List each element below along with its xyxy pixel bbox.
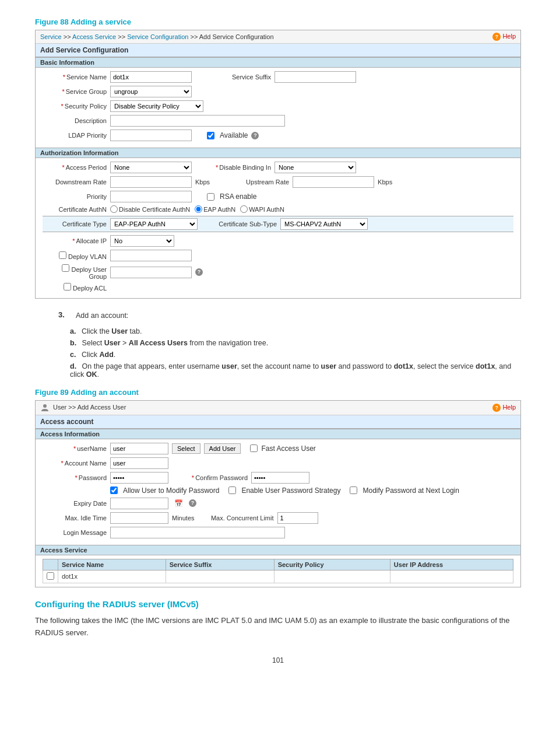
deploy-acl-checkbox[interactable] [64,283,71,290]
select-button[interactable]: Select [172,443,200,454]
table-row: dot1x [43,570,513,583]
max-idle-label: Max. Idle Time [43,514,107,522]
help-text-88[interactable]: Help [502,33,516,40]
step-b-letter: b. [70,339,76,347]
breadcrumb-bar-89: User >> Add Access User ? Help [36,401,520,415]
downstream-rate-label: Downstream Rate [43,178,107,186]
enable-strategy-checkbox[interactable] [228,487,236,494]
step-b-text1: Select [82,339,104,347]
table-header-row: Service Name Service Suffix Security Pol… [43,559,513,570]
configuring-title: Configuring the RADIUS server (IMCv5) [35,599,521,609]
radio-eap-authn[interactable]: EAP AuthN [195,205,235,213]
deploy-acl-check-col: Deploy ACL [43,283,107,292]
available-checkbox[interactable] [207,132,214,139]
upstream-rate-label: Upstream Rate [225,178,289,186]
breadcrumb-89: User >> Add Access User [40,403,126,412]
cert-type-select[interactable]: EAP-PEAP AuthN [110,218,198,230]
service-group-row: *Service Group ungroup [43,86,513,97]
fast-access-checkbox[interactable] [250,444,258,452]
add-user-button[interactable]: Add User [204,443,241,454]
breadcrumb-access-service[interactable]: Access Service [72,33,116,40]
deploy-user-group-input[interactable] [110,267,192,278]
breadcrumb-service-config[interactable]: Service Configuration [127,33,188,40]
table-cell-checkbox[interactable] [43,570,58,583]
step-b-bold2: All Access Users [129,339,188,347]
row-checkbox[interactable] [47,572,54,580]
modify-next-checkbox[interactable] [350,487,357,494]
step-d-bold4: dot1x [476,362,495,370]
step-3: 3. Add an account: [58,310,521,321]
table-header-security-policy: Security Policy [274,559,390,570]
step-a-text2: tab. [128,327,142,335]
modify-next-label: Modify Password at Next Login [363,487,459,495]
help-link-89[interactable]: ? Help [492,404,516,412]
configuring-body: The following takes the IMC (the IMC ver… [35,615,521,639]
account-name-row: *Account Name [43,457,513,469]
step-b: b. Select User > All Access Users from t… [70,339,521,347]
access-service-section: Access Service [36,545,520,555]
table-cell-service-name: dot1x [58,570,166,583]
allow-modify-row: Allow User to Modify Password Enable Use… [43,487,513,495]
deploy-user-group-checkbox[interactable] [62,264,69,272]
access-period-select[interactable]: None [110,162,192,173]
rate-row: Downstream Rate Kbps Upstream Rate Kbps [43,176,513,188]
account-name-input[interactable] [110,457,168,469]
description-label: Description [43,117,107,124]
panel-header-88: Add Service Configuration [36,44,520,57]
expiry-info-icon: ? [189,499,196,507]
expiry-date-input[interactable] [110,498,168,509]
svg-point-0 [43,404,47,408]
table-header-user-ip: User IP Address [390,559,513,570]
step-3-number: 3. [58,310,70,321]
step-d-text1: On the page that appears, enter username [82,362,222,370]
deploy-user-group-row: Deploy User Group ? [43,264,513,280]
ldap-priority-input[interactable] [110,130,192,141]
service-name-input[interactable] [110,71,192,83]
help-text-89[interactable]: Help [502,404,516,411]
security-policy-select[interactable]: Disable Security Policy [110,100,203,112]
table-cell-service-suffix [166,570,274,583]
priority-row: Priority RSA enable [43,191,513,202]
username-input[interactable] [110,443,168,454]
account-name-label: *Account Name [43,460,107,467]
login-message-input[interactable] [110,527,285,538]
step-d-bold5: OK [86,370,97,379]
upstream-rate-input[interactable] [293,176,374,188]
calendar-icon[interactable]: 📅 [174,499,183,508]
help-link-88[interactable]: ? Help [492,33,516,41]
max-concurrent-input[interactable] [277,512,318,524]
step-d: d. On the page that appears, enter usern… [70,362,521,379]
priority-input[interactable] [110,191,192,202]
access-info-section: Access Information [36,429,520,439]
allow-modify-checkbox[interactable] [110,487,118,494]
description-input[interactable] [110,115,285,127]
radio-wapi-authn[interactable]: WAPI AuthN [240,205,284,213]
disable-binding-select[interactable]: None [275,162,356,173]
step-b-text3: from the navigation tree. [188,339,268,347]
service-name-row: *Service Name Service Suffix [43,71,513,83]
steps-container: 3. Add an account: a. Click the User tab… [58,310,521,379]
rsa-enable-checkbox[interactable] [207,193,214,201]
confirm-password-input[interactable] [251,472,309,484]
table-cell-user-ip [390,570,513,583]
upstream-unit: Kbps [378,178,392,186]
access-service-table: Service Name Service Suffix Security Pol… [43,559,513,583]
deploy-vlan-input[interactable] [110,250,192,261]
auth-info-section: Authorization Information [36,148,520,158]
deploy-vlan-row: Deploy VLAN [43,250,513,261]
password-input[interactable] [110,472,168,484]
allocate-ip-select[interactable]: No [110,235,174,247]
service-suffix-input[interactable] [275,71,356,83]
breadcrumb-bar-88: Service >> Access Service >> Service Con… [36,30,520,44]
access-period-label: *Access Period [43,164,107,171]
cert-subtype-select[interactable]: MS-CHAPV2 AuthN [280,218,368,230]
downstream-rate-input[interactable] [110,176,192,188]
username-label: *userName [43,445,107,452]
service-group-select[interactable]: ungroup [110,86,192,97]
breadcrumb-service[interactable]: Service [40,33,62,40]
deploy-vlan-checkbox[interactable] [59,251,66,259]
step-a: a. Click the User tab. [70,327,521,335]
radio-disable-cert[interactable]: Disable Certificate AuthN [110,205,190,213]
max-idle-input[interactable] [110,512,168,524]
ldap-available-row: LDAP Priority Available ? [43,130,513,141]
